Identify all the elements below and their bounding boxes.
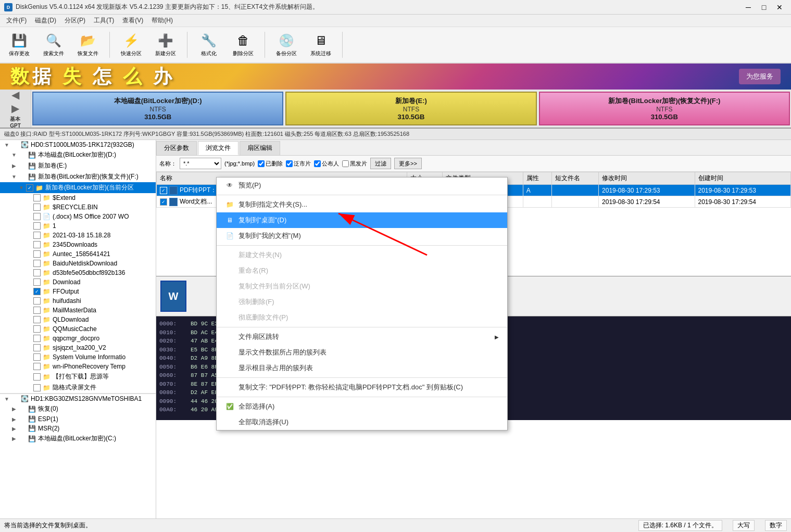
partition-e[interactable]: 新加卷(E:) NTFS 310.5GB bbox=[285, 92, 536, 125]
tree-checkbox-folder_sys[interactable] bbox=[33, 353, 41, 361]
tree-expand-hd0[interactable]: ▼ bbox=[3, 142, 10, 148]
menu-item-工具T[interactable]: 工具(T) bbox=[90, 15, 118, 26]
minimize-button[interactable]: ─ bbox=[741, 2, 756, 12]
tree-item-extend[interactable]: 📁$Extend bbox=[0, 193, 156, 202]
toolbar-btn-删除分区[interactable]: 🗑删除分区 bbox=[228, 30, 258, 60]
tree-item-folder_1[interactable]: 📁1 bbox=[0, 221, 156, 231]
filter-button[interactable]: 过滤 bbox=[370, 158, 391, 169]
menu-item-分区P[interactable]: 分区(P) bbox=[60, 15, 90, 26]
ctx-item-18[interactable]: ✅全部选择(A) bbox=[217, 399, 507, 414]
tree-checkbox-folder_baidu[interactable] bbox=[33, 260, 41, 267]
tree-checkbox-folder_ffoutput[interactable]: ✓ bbox=[33, 288, 41, 295]
tree-checkbox-folder_2021[interactable] bbox=[33, 232, 41, 239]
tree-item-f_drive[interactable]: ▼💾新加卷(BitLocker加密)(恢复文件)(F:) bbox=[0, 171, 156, 182]
ctx-item-16[interactable]: 复制文字: "PDF转PPT: 教你轻松搞定电脑PDF转PPT文档.doc" 到… bbox=[217, 379, 507, 395]
nav-next[interactable]: ▶ bbox=[11, 102, 19, 115]
tree-item-docx[interactable]: 📄(.docx) MS Office 2007 WO bbox=[0, 212, 156, 221]
ctx-item-3[interactable]: 🖥复制到"桌面"(D) bbox=[217, 212, 507, 228]
toolbar-btn-格式化[interactable]: 🔧格式化 bbox=[194, 30, 224, 60]
tree-item-f_current[interactable]: ▼✓📁新加卷(BitLocker加密)(当前分区 bbox=[0, 182, 156, 193]
deleted-filter-checkbox[interactable]: 已删除 bbox=[258, 160, 283, 168]
tree-item-folder_mail[interactable]: 📁MailMasterData bbox=[0, 306, 156, 315]
more-button[interactable]: 更多>> bbox=[394, 158, 422, 169]
tree-item-folder_hidden[interactable]: 📁隐格式录屏文件 bbox=[0, 382, 156, 393]
tree-item-folder_huifu[interactable]: 📁huifudashi bbox=[0, 296, 156, 306]
tree-item-folder_baidu[interactable]: 📁BaiduNetdiskDownload bbox=[0, 259, 156, 268]
tab-扇区编辑[interactable]: 扇区编辑 bbox=[240, 141, 280, 155]
tree-item-folder_2021[interactable]: 📁2021-03-18 15.18.28 bbox=[0, 231, 156, 240]
tree-item-d_drive[interactable]: ▼💾本地磁盘(BitLocker加密)(D:) bbox=[0, 149, 156, 160]
tree-expand-hd1[interactable]: ▼ bbox=[3, 396, 10, 402]
tree-item-msr[interactable]: ▶💾MSR(2) bbox=[0, 424, 156, 433]
ctx-item-12[interactable]: 文件扇区跳转▶ bbox=[217, 329, 507, 345]
tree-expand-f_current[interactable]: ▼ bbox=[18, 185, 25, 191]
tree-checkbox-folder_huifu[interactable] bbox=[33, 297, 41, 305]
tree-item-folder_d53[interactable]: 📁d53bfe5e05dbbcf892b136 bbox=[0, 268, 156, 277]
tree-item-folder_pack[interactable]: 📁【打包下载】思源等 bbox=[0, 371, 156, 382]
tree-checkbox-recycle[interactable] bbox=[33, 204, 41, 211]
tree-checkbox-folder_ql[interactable] bbox=[33, 316, 41, 323]
menu-item-查看V[interactable]: 查看(V) bbox=[118, 15, 147, 26]
ctx-item-4[interactable]: 📄复制到"我的文档"(M) bbox=[217, 228, 507, 244]
ctx-item-0[interactable]: 👁预览(P) bbox=[217, 178, 507, 193]
tab-浏览文件[interactable]: 浏览文件 bbox=[198, 141, 238, 155]
tree-checkbox-extend[interactable] bbox=[33, 194, 41, 201]
tab-分区参数[interactable]: 分区参数 bbox=[156, 141, 197, 155]
tree-item-folder_qqp[interactable]: 📁qqpcmgr_docpro bbox=[0, 334, 156, 343]
toolbar-btn-新建分区[interactable]: ➕新建分区 bbox=[150, 30, 181, 60]
tree-checkbox-folder_download[interactable] bbox=[33, 278, 41, 286]
toolbar-btn-备份分区[interactable]: 💿备份分区 bbox=[271, 30, 302, 60]
tree-checkbox-folder_d53[interactable] bbox=[33, 269, 41, 276]
maximize-button[interactable]: □ bbox=[757, 2, 771, 12]
filter-cb4[interactable]: 黑发片 bbox=[342, 160, 367, 168]
tree-checkbox-folder_hidden[interactable] bbox=[33, 384, 41, 391]
partition-f[interactable]: 新加卷(BitLocker加密)(恢复文件)(F:) NTFS 310.5GB bbox=[539, 92, 790, 125]
tree-item-e_drive[interactable]: ▶💾新加卷(E:) bbox=[0, 160, 156, 171]
tree-checkbox-folder_wn[interactable] bbox=[33, 363, 41, 370]
close-button[interactable]: ✕ bbox=[772, 2, 787, 12]
menu-item-文件F[interactable]: 文件(F) bbox=[2, 15, 31, 26]
tree-expand-e_drive[interactable]: ▶ bbox=[10, 163, 18, 169]
tree-item-c_drive[interactable]: ▶💾本地磁盘(BitLocker加密)(C:) bbox=[0, 433, 156, 444]
menu-item-磁盘D[interactable]: 磁盘(D) bbox=[31, 15, 60, 26]
filter-cb2[interactable]: 泛市片 bbox=[286, 160, 311, 168]
tree-checkbox-f_current[interactable]: ✓ bbox=[26, 184, 33, 192]
tree-checkbox-folder_qqp[interactable] bbox=[33, 335, 41, 342]
name-filter-select[interactable]: *.* bbox=[180, 158, 221, 169]
tree-checkbox-folder_pack[interactable] bbox=[33, 373, 41, 381]
ctx-item-14[interactable]: 显示根目录占用的簇列表 bbox=[217, 360, 507, 376]
tree-expand-d_drive[interactable]: ▼ bbox=[10, 152, 18, 158]
tree-checkbox-folder_mail[interactable] bbox=[33, 307, 41, 314]
toolbar-btn-快速分区[interactable]: ⚡快速分区 bbox=[116, 30, 146, 60]
tree-checkbox-folder_1[interactable] bbox=[33, 222, 41, 230]
toolbar-btn-恢复文件[interactable]: 📂恢复文件 bbox=[73, 30, 103, 60]
tree-item-folder_sjs[interactable]: 📁sjsjqzxt_lxa200_V2 bbox=[0, 343, 156, 352]
tree-item-folder_wn[interactable]: 📁wn-iPhoneRecovery Temp bbox=[0, 362, 156, 371]
ctx-item-19[interactable]: 全部取消选择(U) bbox=[217, 414, 507, 430]
tree-item-recovery[interactable]: ▶💾恢复(0) bbox=[0, 403, 156, 414]
tree-item-folder_sys[interactable]: 📁System Volume Informatio bbox=[0, 352, 156, 362]
tree-expand-esp[interactable]: ▶ bbox=[10, 416, 18, 422]
tree-checkbox-folder_auntec[interactable] bbox=[33, 250, 41, 258]
toolbar-btn-系统迁移[interactable]: 🖥系统迁移 bbox=[306, 30, 336, 60]
filter-cb3[interactable]: 公布人 bbox=[314, 160, 339, 168]
tree-item-folder_ql[interactable]: 📁QLDownload bbox=[0, 315, 156, 324]
ctx-item-13[interactable]: 显示文件数据所占用的簇列表 bbox=[217, 345, 507, 360]
tree-expand-recovery[interactable]: ▶ bbox=[10, 406, 18, 412]
ctx-item-2[interactable]: 📁复制到指定文件夹(S)... bbox=[217, 197, 507, 212]
tree-checkbox-folder_qq[interactable] bbox=[33, 325, 41, 333]
tree-item-esp[interactable]: ▶💾ESP(1) bbox=[0, 414, 156, 424]
tree-item-recycle[interactable]: 📁$RECYCLE.BIN bbox=[0, 202, 156, 212]
tree-expand-c_drive[interactable]: ▶ bbox=[10, 436, 18, 441]
toolbar-btn-保存更改[interactable]: 💾保存更改 bbox=[4, 30, 34, 60]
toolbar-btn-搜索文件[interactable]: 🔍搜索文件 bbox=[39, 30, 69, 60]
tree-item-folder_2345[interactable]: 📁2345Downloads bbox=[0, 240, 156, 249]
tree-expand-f_drive[interactable]: ▼ bbox=[10, 174, 18, 180]
tree-checkbox-docx[interactable] bbox=[33, 213, 41, 220]
tree-checkbox-folder_2345[interactable] bbox=[33, 241, 41, 248]
tree-item-folder_download[interactable]: 📁Download bbox=[0, 277, 156, 287]
tree-expand-msr[interactable]: ▶ bbox=[10, 426, 18, 432]
menu-item-帮助H[interactable]: 帮助(H) bbox=[147, 15, 177, 26]
tree-checkbox-folder_sjs[interactable] bbox=[33, 344, 41, 351]
tree-item-hd0[interactable]: ▼💽HD0:ST1000LM035-1RK172(932GB) bbox=[0, 140, 156, 149]
